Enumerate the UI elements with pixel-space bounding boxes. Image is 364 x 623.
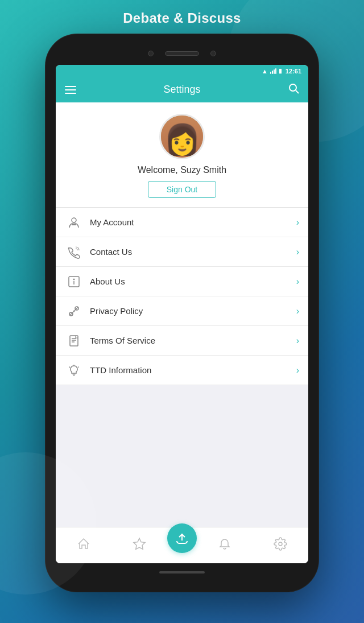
menu-item-terms-of-service[interactable]: Terms Of Service › xyxy=(56,326,308,356)
contact-us-label: Contact Us xyxy=(90,247,296,257)
avatar xyxy=(159,114,205,159)
status-icons: ▲ ▮ xyxy=(262,67,282,75)
screen: ▲ ▮ 12:61 Settings xyxy=(56,65,308,563)
svg-point-2 xyxy=(72,218,76,222)
main-content: Welcome, Suzy Smith Sign Out My Account xyxy=(56,102,308,563)
chevron-right-icon: › xyxy=(296,247,299,257)
menu-item-my-account[interactable]: My Account › xyxy=(56,208,308,237)
page-title: Debate & Discuss xyxy=(123,10,241,26)
nav-item-notifications[interactable] xyxy=(197,537,253,554)
ttd-information-label: TTD Information xyxy=(90,365,296,375)
chevron-right-icon: › xyxy=(296,336,299,346)
phone-bottom-bar xyxy=(56,563,308,581)
chevron-right-icon: › xyxy=(296,365,299,376)
signal-icon xyxy=(270,68,276,74)
navbar-title: Settings xyxy=(163,84,200,96)
info-icon xyxy=(65,273,83,291)
bottom-navigation xyxy=(56,527,308,563)
nav-item-settings[interactable] xyxy=(253,537,308,554)
menu-item-about-us[interactable]: About Us › xyxy=(56,267,308,296)
svg-line-1 xyxy=(296,90,299,93)
lightbulb-icon xyxy=(65,361,83,379)
phone-shell: ▲ ▮ 12:61 Settings xyxy=(46,34,318,592)
svg-rect-3 xyxy=(72,224,76,225)
front-sensor xyxy=(210,51,216,56)
law-icon xyxy=(65,302,83,320)
menu-item-privacy-policy[interactable]: Privacy Policy › xyxy=(56,296,308,326)
chevron-right-icon: › xyxy=(296,306,299,316)
top-navbar: Settings xyxy=(56,77,308,102)
menu-item-ttd-information[interactable]: TTD Information › xyxy=(56,356,308,385)
wifi-icon: ▲ xyxy=(262,68,268,75)
welcome-text: Welcome, Suzy Smith xyxy=(138,165,226,175)
person-icon xyxy=(65,213,83,232)
my-account-label: My Account xyxy=(90,217,296,227)
svg-point-0 xyxy=(289,84,296,91)
battery-icon: ▮ xyxy=(279,67,282,75)
chevron-right-icon: › xyxy=(296,217,299,228)
document-icon xyxy=(65,332,83,350)
hamburger-menu-button[interactable] xyxy=(65,86,76,94)
sign-out-button[interactable]: Sign Out xyxy=(148,181,216,198)
content-spacer xyxy=(56,385,308,527)
front-camera xyxy=(148,51,154,56)
about-us-label: About Us xyxy=(90,277,296,286)
bell-icon xyxy=(218,537,231,554)
star-icon xyxy=(133,537,146,554)
gear-icon xyxy=(274,537,287,554)
status-time: 12:61 xyxy=(286,68,301,75)
search-button[interactable] xyxy=(288,82,299,97)
terms-of-service-label: Terms Of Service xyxy=(90,336,296,345)
privacy-policy-label: Privacy Policy xyxy=(90,306,296,316)
phone-top-bar xyxy=(56,44,308,63)
home-indicator xyxy=(159,571,205,574)
svg-line-18 xyxy=(69,366,71,368)
phone-icon xyxy=(65,243,83,261)
svg-rect-11 xyxy=(70,336,78,346)
nav-item-home[interactable] xyxy=(56,537,111,554)
avatar-image xyxy=(161,115,203,158)
chevron-right-icon: › xyxy=(296,277,299,287)
svg-line-19 xyxy=(78,366,79,368)
svg-point-6 xyxy=(73,279,75,280)
phone-speaker xyxy=(165,51,199,56)
menu-item-contact-us[interactable]: Contact Us › xyxy=(56,237,308,267)
nav-item-upload[interactable] xyxy=(167,523,197,553)
status-bar: ▲ ▮ 12:61 xyxy=(56,65,308,77)
nav-item-favorites[interactable] xyxy=(111,537,167,554)
profile-section: Welcome, Suzy Smith Sign Out xyxy=(56,102,308,208)
settings-menu: My Account › Contact Us › xyxy=(56,208,308,385)
home-icon xyxy=(77,537,90,554)
svg-point-20 xyxy=(279,542,282,546)
